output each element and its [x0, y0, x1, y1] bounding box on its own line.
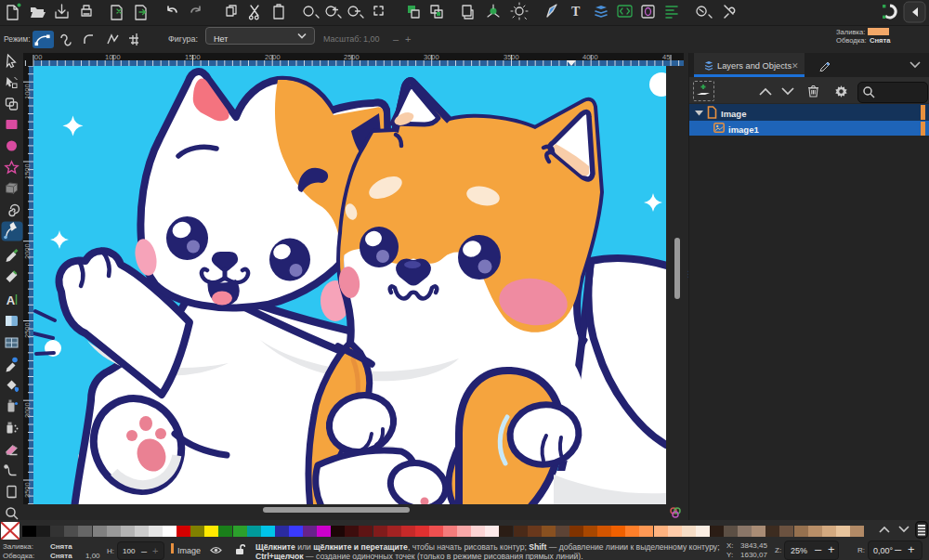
- svg-text:4000: 4000: [582, 53, 598, 61]
- svg-text:3000: 3000: [23, 402, 32, 418]
- svg-text:1000: 1000: [105, 53, 121, 61]
- svg-text:1500: 1500: [185, 53, 201, 61]
- svg-text:3000: 3000: [424, 53, 439, 61]
- svg-text:2000: 2000: [23, 243, 32, 259]
- svg-text:00: 00: [34, 53, 42, 61]
- svg-text:2500: 2500: [23, 322, 32, 338]
- svg-text:1500: 1500: [23, 163, 32, 179]
- svg-text:A: A: [7, 293, 16, 307]
- svg-text:3500: 3500: [23, 482, 32, 498]
- svg-text:2000: 2000: [265, 53, 281, 61]
- svg-text:T: T: [571, 5, 581, 19]
- svg-text:2500: 2500: [344, 53, 360, 61]
- svg-text:45: 45: [662, 53, 670, 61]
- svg-text:1000: 1000: [23, 84, 32, 99]
- svg-text:3500: 3500: [504, 53, 519, 61]
